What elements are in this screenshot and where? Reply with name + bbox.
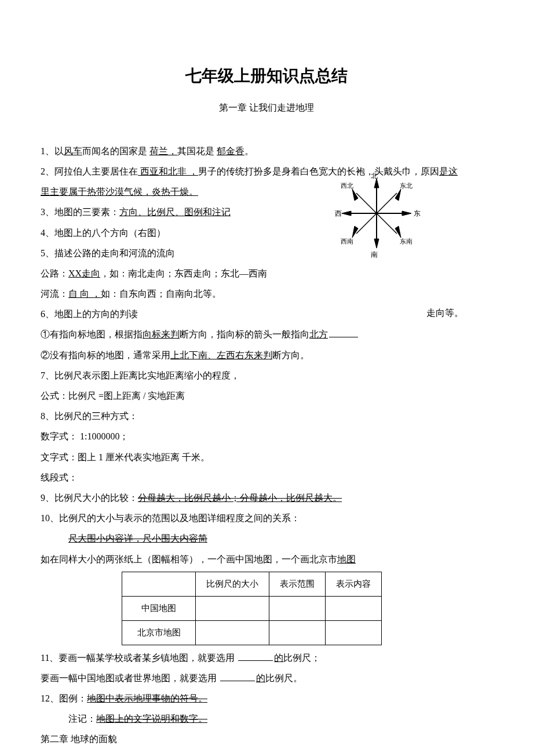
item-5-river: 河流：自 向 ，如：自东向西；自南向北等。 bbox=[41, 284, 492, 304]
item-9: 9、比例尺大小的比较：分母越大，比例尺越小；分母越小，比例尺越大。 bbox=[41, 488, 492, 508]
table-cell bbox=[269, 596, 326, 620]
text: 其国花是 bbox=[177, 146, 217, 156]
table-cell bbox=[196, 620, 269, 645]
blank-line bbox=[220, 671, 255, 681]
answer: 风车 bbox=[64, 146, 82, 156]
text: 注记： bbox=[68, 714, 96, 724]
item-12: 12、图例：地图中表示地理事物的符号。 bbox=[41, 688, 492, 708]
svg-marker-9 bbox=[395, 189, 401, 201]
item-7: 7、比例尺表示图上距离比实地距离缩小的程度， bbox=[41, 365, 492, 386]
text: 3、地图的三要素： bbox=[41, 207, 119, 217]
text: 12、图例： bbox=[41, 693, 87, 703]
text: 公路： bbox=[41, 268, 68, 278]
answer: 西亚和北非 ， bbox=[138, 166, 198, 176]
item-4: 4、地图上的八个方向（右图） bbox=[41, 223, 492, 243]
table-row: 比例尺的大小 表示范围 表示内容 bbox=[122, 572, 382, 596]
section-with-compass: 北 南 西 东 东北 西北 东南 西南 3、地图的三要素：方向、比例尺、图例和注… bbox=[41, 202, 492, 284]
item-8: 8、比例尺的三种方式： bbox=[41, 406, 492, 426]
table-header: 表示内容 bbox=[326, 572, 382, 596]
chapter-1-subtitle: 第一章 让我们走进地理 bbox=[41, 97, 492, 118]
answer: 郁金香 bbox=[217, 146, 244, 156]
text: 比例尺。 bbox=[265, 673, 302, 683]
item-3: 3、地图的三要素：方向、比例尺、图例和注记 bbox=[41, 202, 492, 222]
text: 。 bbox=[244, 146, 254, 156]
item-5: 5、描述公路的走向和河流的流向 bbox=[41, 243, 492, 263]
item-11b: 要画一幅中国地图或者世界地图，就要选用 的比例尺。 bbox=[41, 668, 492, 688]
answer: 里主要属于热带沙漠气候，炎热干燥。 bbox=[41, 187, 198, 197]
answer: 上北下南、左西右东来判 bbox=[170, 350, 272, 360]
document-page: 七年级上册知识点总结 第一章 让我们走进地理 1、以风车而闻名的国家是 荷兰，其… bbox=[0, 0, 533, 756]
answer: 地图 bbox=[337, 554, 356, 564]
table-cell bbox=[326, 596, 382, 620]
item-6: 6、地图上的方向的判读 bbox=[41, 304, 492, 324]
text: 文字式：图上 1 厘米代表实地距离 千米。 bbox=[41, 452, 210, 462]
item-11: 11、要画一幅某学校或者某乡镇地图，就要选用 的比例尺； bbox=[41, 648, 492, 668]
answer: 向标来判 bbox=[143, 329, 180, 339]
text: 如在同样大小的两张纸上（图幅相等），一个画中国地图，一个画北京市 bbox=[41, 554, 337, 564]
item-2: 2、阿拉伯人主要居住在 西亚和北非 ，男子的传统打扮多是身着白色宽大的长袍，头戴… bbox=[41, 161, 492, 181]
text: 9、比例尺大小的比较： bbox=[41, 493, 138, 503]
answer: 的 bbox=[274, 653, 283, 663]
answer-strike: 地图中表示地理事物的符号。 bbox=[87, 693, 207, 703]
item-7-formula: 公式：比例尺 =图上距离 / 实地距离 bbox=[41, 386, 492, 406]
svg-marker-8 bbox=[352, 189, 358, 201]
chapter-2-heading: 第二章 地球的面貌 bbox=[41, 729, 492, 749]
text: 11、要画一幅某学校或者某乡镇地图，就要选用 bbox=[41, 653, 235, 663]
answer: 荷兰， bbox=[149, 146, 177, 156]
answer: 自 向 ， bbox=[68, 289, 101, 299]
item-6a: ①有指向标地图，根据指向标来判断方向，指向标的箭头一般指向北方 bbox=[41, 324, 492, 344]
text: ②没有指向标的地图，通常采用 bbox=[41, 350, 170, 360]
table-cell bbox=[196, 596, 269, 620]
compass-n: 北 bbox=[371, 173, 378, 180]
text: 而闻名的国家是 bbox=[82, 146, 149, 156]
page-title: 七年级上册知识点总结 bbox=[41, 58, 492, 94]
table-cell: 北京市地图 bbox=[122, 620, 196, 645]
text: 要画一幅中国地图或者世界地图，就要选用 bbox=[41, 673, 217, 683]
answer: XX走向 bbox=[68, 268, 100, 278]
answer: 的 bbox=[256, 673, 265, 683]
table-cell bbox=[269, 620, 326, 645]
item-5-road: 公路：XX走向，如：南北走向；东西走向；东北—西南 走向等。 bbox=[41, 263, 492, 284]
blank-line bbox=[329, 328, 358, 337]
answer: 方向、比例尺、图例和注记 bbox=[119, 207, 231, 217]
item-8-numeric: 数字式： 1:1000000； bbox=[41, 426, 492, 446]
scale-comparison-table: 比例尺的大小 表示范围 表示内容 中国地图 北京市地图 bbox=[122, 572, 382, 645]
text: ①有指向标地图，根据指 bbox=[41, 329, 143, 339]
item-12b: 注记：地图上的文字说明和数字。 bbox=[41, 708, 492, 729]
answer: 北方 bbox=[309, 329, 328, 339]
svg-marker-4 bbox=[374, 179, 379, 188]
answer: 是这 bbox=[439, 166, 458, 176]
compass-nw: 西北 bbox=[341, 182, 353, 189]
table-row: 北京市地图 bbox=[122, 620, 382, 645]
table-cell bbox=[326, 620, 382, 645]
compass-ne: 东北 bbox=[400, 182, 412, 189]
item-2-cont: 里主要属于热带沙漠气候，炎热干燥。 bbox=[41, 181, 492, 202]
item-10: 10、比例尺的大小与表示的范围以及地图详细程度之间的关系： bbox=[41, 508, 492, 528]
blank-line bbox=[238, 651, 273, 661]
text: 断方向。 bbox=[272, 350, 309, 360]
table-row: 中国地图 bbox=[122, 596, 382, 620]
text: 河流： bbox=[41, 289, 68, 299]
item-8-text: 文字式：图上 1 厘米代表实地距离 千米。 bbox=[41, 447, 492, 467]
table-cell: 中国地图 bbox=[122, 596, 196, 620]
answer-strike: 尺大围小内容详，尺小围大内容简 bbox=[68, 533, 207, 543]
table-header bbox=[122, 572, 196, 596]
answer-strike: 分母越大，比例尺越小；分母越小，比例尺越大。 bbox=[138, 493, 342, 503]
text: 1、以 bbox=[41, 146, 64, 156]
text: 比例尺； bbox=[283, 653, 320, 663]
text: ，如：南北走向；东西走向；东北—西南 bbox=[100, 268, 267, 278]
item-10-mnemonic: 尺大围小内容详，尺小围大内容简 bbox=[41, 528, 492, 548]
item-6b: ②没有指向标的地图，通常采用上北下南、左西右东来判断方向。 bbox=[41, 345, 492, 365]
table-header: 表示范围 bbox=[269, 572, 326, 596]
item-8-segment: 线段式： bbox=[41, 467, 492, 488]
table-header: 比例尺的大小 bbox=[196, 572, 269, 596]
text: 2、阿拉伯人主要居住在 bbox=[41, 166, 138, 176]
item-1: 1、以风车而闻名的国家是 荷兰，其国花是 郁金香。 bbox=[41, 141, 492, 161]
item-10-example: 如在同样大小的两张纸上（图幅相等），一个画中国地图，一个画北京市地图 bbox=[41, 549, 492, 569]
text: 如：自东向西；自南向北等。 bbox=[101, 289, 221, 299]
answer-strike: 地图上的文字说明和数字。 bbox=[96, 714, 207, 724]
text: 断方向，指向标的箭头一般指向 bbox=[180, 329, 309, 339]
